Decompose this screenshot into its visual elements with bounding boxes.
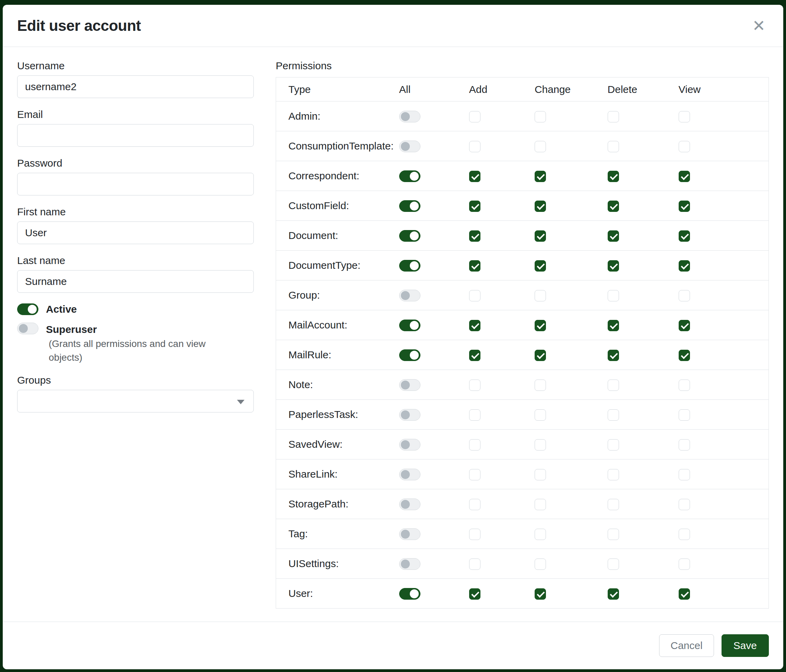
permission-all-toggle[interactable] [399,290,420,301]
permission-all-toggle[interactable] [399,111,420,122]
permission-change-checkbox[interactable] [534,350,546,361]
permission-change-checkbox[interactable] [534,529,546,540]
password-input[interactable] [17,173,254,195]
active-row: Active [17,303,254,315]
permission-add-checkbox[interactable] [469,320,481,331]
permission-add-checkbox[interactable] [469,171,481,182]
permission-delete-checkbox[interactable] [608,469,619,480]
permission-add-checkbox[interactable] [469,469,481,480]
permission-add-checkbox[interactable] [469,409,481,421]
permission-delete-checkbox[interactable] [608,529,619,540]
permission-add-checkbox[interactable] [469,529,481,540]
permission-all-toggle[interactable] [399,439,420,451]
permission-delete-checkbox[interactable] [608,409,619,421]
permission-change-checkbox[interactable] [534,260,546,272]
permission-all-toggle[interactable] [399,409,420,421]
first-name-input[interactable] [17,221,254,244]
permission-view-checkbox[interactable] [679,469,690,480]
permission-change-checkbox[interactable] [534,469,546,480]
permission-delete-checkbox[interactable] [608,588,619,600]
permission-view-checkbox[interactable] [679,499,690,510]
permission-view-checkbox[interactable] [679,409,690,421]
save-button[interactable]: Save [722,634,769,657]
permission-view-checkbox[interactable] [679,141,690,152]
permission-view-checkbox[interactable] [679,260,690,272]
permission-view-checkbox[interactable] [679,439,690,451]
permission-view-checkbox[interactable] [679,111,690,122]
permission-view-checkbox[interactable] [679,350,690,361]
permission-view-checkbox[interactable] [679,201,690,212]
permission-view-checkbox[interactable] [679,588,690,600]
permission-delete-checkbox[interactable] [608,499,619,510]
permission-delete-checkbox[interactable] [608,559,619,570]
permission-delete-checkbox[interactable] [608,201,619,212]
permission-add-checkbox[interactable] [469,588,481,600]
permission-view-checkbox[interactable] [679,171,690,182]
permission-all-toggle[interactable] [399,469,420,480]
permission-change-checkbox[interactable] [534,320,546,331]
permission-delete-checkbox[interactable] [608,260,619,272]
permission-view-checkbox[interactable] [679,529,690,540]
permission-add-checkbox[interactable] [469,290,481,301]
permission-add-checkbox[interactable] [469,559,481,570]
permission-add-checkbox[interactable] [469,141,481,152]
last-name-field-group: Last name [17,255,254,293]
permission-view-checkbox[interactable] [679,231,690,242]
permission-add-checkbox[interactable] [469,380,481,391]
permission-change-checkbox[interactable] [534,439,546,451]
permission-all-toggle[interactable] [399,499,420,510]
permission-add-checkbox[interactable] [469,201,481,212]
permission-row: ConsumptionTemplate: [276,131,769,161]
permission-all-toggle[interactable] [399,320,420,331]
permission-change-checkbox[interactable] [534,499,546,510]
permission-delete-checkbox[interactable] [608,171,619,182]
permission-change-checkbox[interactable] [534,588,546,600]
permission-all-toggle[interactable] [399,379,420,391]
permission-all-toggle[interactable] [399,349,420,361]
permission-add-checkbox[interactable] [469,231,481,242]
permission-all-toggle[interactable] [399,230,420,242]
close-icon[interactable]: ✕ [748,16,769,36]
email-input[interactable] [17,124,254,147]
permission-delete-checkbox[interactable] [608,290,619,301]
permission-delete-checkbox[interactable] [608,439,619,451]
active-toggle[interactable] [17,303,38,315]
permission-view-checkbox[interactable] [679,290,690,301]
groups-select[interactable] [17,390,254,413]
permission-all-toggle[interactable] [399,528,420,540]
permission-add-checkbox[interactable] [469,260,481,272]
permission-add-checkbox[interactable] [469,499,481,510]
permission-delete-checkbox[interactable] [608,320,619,331]
permission-add-checkbox[interactable] [469,111,481,122]
permission-all-toggle[interactable] [399,558,420,570]
cancel-button[interactable]: Cancel [659,634,714,657]
first-name-field-group: First name [17,206,254,244]
permission-change-checkbox[interactable] [534,409,546,421]
permission-view-checkbox[interactable] [679,380,690,391]
permission-all-toggle[interactable] [399,170,420,182]
permission-change-checkbox[interactable] [534,111,546,122]
permission-all-toggle[interactable] [399,588,420,600]
permission-change-checkbox[interactable] [534,231,546,242]
username-input[interactable] [17,75,254,98]
permission-delete-checkbox[interactable] [608,141,619,152]
permission-view-checkbox[interactable] [679,559,690,570]
permission-change-checkbox[interactable] [534,290,546,301]
permission-delete-checkbox[interactable] [608,380,619,391]
last-name-input[interactable] [17,270,254,293]
permission-view-checkbox[interactable] [679,320,690,331]
permission-all-toggle[interactable] [399,200,420,212]
permission-change-checkbox[interactable] [534,141,546,152]
permission-change-checkbox[interactable] [534,171,546,182]
permission-all-toggle[interactable] [399,141,420,152]
permission-add-checkbox[interactable] [469,439,481,451]
permission-change-checkbox[interactable] [534,201,546,212]
permission-delete-checkbox[interactable] [608,350,619,361]
permission-change-checkbox[interactable] [534,380,546,391]
permission-delete-checkbox[interactable] [608,231,619,242]
permission-add-checkbox[interactable] [469,350,481,361]
permission-change-checkbox[interactable] [534,559,546,570]
permission-all-toggle[interactable] [399,260,420,272]
permission-delete-checkbox[interactable] [608,111,619,122]
superuser-toggle[interactable] [17,323,38,334]
